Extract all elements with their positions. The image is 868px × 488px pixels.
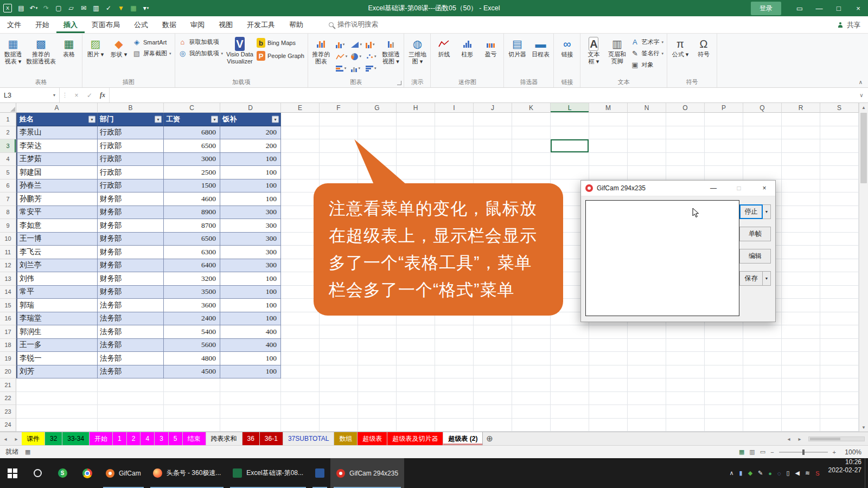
cell-S9[interactable] bbox=[820, 219, 859, 233]
column-header-S[interactable]: S bbox=[820, 103, 859, 113]
cell-A12[interactable]: 刘兰亭 bbox=[16, 259, 98, 273]
cell-P23[interactable] bbox=[705, 405, 743, 419]
cell-C15[interactable]: 3600 bbox=[164, 299, 220, 312]
cell-N21[interactable] bbox=[628, 378, 666, 392]
sheet-tab-8[interactable]: 5 bbox=[169, 432, 183, 445]
cell-C16[interactable]: 2400 bbox=[164, 312, 220, 326]
save-button[interactable]: ▤ bbox=[15, 2, 27, 15]
cell-G2[interactable] bbox=[358, 126, 397, 140]
filter-button[interactable]: ▾ bbox=[211, 115, 218, 123]
zoom-out-button[interactable]: − bbox=[770, 449, 774, 455]
cell-E17[interactable] bbox=[281, 325, 320, 339]
cell-F3[interactable] bbox=[320, 139, 358, 153]
close-button[interactable]: × bbox=[848, 0, 868, 16]
cell-S22[interactable] bbox=[820, 392, 859, 406]
cell-L2[interactable] bbox=[551, 126, 589, 140]
tell-me-search[interactable]: 操作说明搜索 bbox=[329, 16, 378, 33]
ribbon-tab-7[interactable]: 视图 bbox=[212, 16, 240, 33]
cell-H4[interactable] bbox=[397, 153, 435, 166]
cell-Q22[interactable] bbox=[743, 392, 782, 406]
cell-H17[interactable] bbox=[397, 325, 435, 339]
column-header-Q[interactable]: Q bbox=[743, 103, 782, 113]
sheet-tab-17[interactable]: 超级表 (2) bbox=[443, 432, 483, 445]
cell-C12[interactable]: 6400 bbox=[164, 259, 220, 273]
cell-J3[interactable] bbox=[474, 139, 512, 153]
clipboard-icon[interactable]: ▯ bbox=[787, 470, 790, 477]
row-header-20[interactable]: 20 bbox=[0, 365, 16, 379]
cell-G21[interactable] bbox=[358, 378, 397, 392]
taskbar-app-2[interactable]: Excel基础课-第08... bbox=[227, 458, 309, 488]
cell-J21[interactable] bbox=[474, 378, 512, 392]
cell-B9[interactable]: 财务部 bbox=[98, 219, 164, 233]
text-box-button[interactable]: A文本 框 ▾ bbox=[582, 35, 605, 78]
cell-N22[interactable] bbox=[628, 392, 666, 406]
cell-I22[interactable] bbox=[435, 392, 474, 406]
cell-D21[interactable] bbox=[220, 378, 281, 392]
cell-K22[interactable] bbox=[512, 392, 551, 406]
cell-R23[interactable] bbox=[782, 405, 820, 419]
cell-B7[interactable]: 财务部 bbox=[98, 192, 164, 206]
cell-B14[interactable]: 财务部 bbox=[98, 286, 164, 299]
cell-L21[interactable] bbox=[551, 378, 589, 392]
cell-I2[interactable] bbox=[435, 126, 474, 140]
cell-G23[interactable] bbox=[358, 405, 397, 419]
cell-H2[interactable] bbox=[397, 126, 435, 140]
cell-O3[interactable] bbox=[666, 139, 705, 153]
column-header-L[interactable]: L bbox=[551, 103, 589, 113]
zoom-level[interactable]: 100% bbox=[841, 448, 861, 456]
picture-button[interactable]: ▨图片 ▾ bbox=[84, 35, 107, 78]
gifcam-window[interactable]: GifCam 294x235 — □ × 停止▼单帧编辑保存▼ bbox=[580, 180, 776, 322]
zoom-slider-thumb[interactable] bbox=[802, 450, 805, 455]
cell-I1[interactable] bbox=[435, 113, 474, 126]
filter-button[interactable]: ▾ bbox=[88, 115, 95, 123]
gifcam-minimize-button[interactable]: — bbox=[703, 181, 724, 196]
cell-D5[interactable]: 100 bbox=[220, 166, 281, 179]
cell-J4[interactable] bbox=[474, 153, 512, 166]
formula-input[interactable] bbox=[109, 88, 855, 102]
cell-B13[interactable]: 财务部 bbox=[98, 272, 164, 286]
cell-S13[interactable] bbox=[820, 272, 859, 286]
cell-L1[interactable] bbox=[551, 113, 589, 126]
cell-L18[interactable] bbox=[551, 339, 589, 352]
cell-O20[interactable] bbox=[666, 365, 705, 379]
cell-P19[interactable] bbox=[705, 352, 743, 365]
name-box-dropdown-icon[interactable]: ▾ bbox=[53, 93, 55, 98]
cell-F20[interactable] bbox=[320, 365, 358, 379]
funnel-button[interactable]: ▼ bbox=[115, 2, 127, 15]
cell-R8[interactable] bbox=[782, 206, 820, 220]
cell-H18[interactable] bbox=[397, 339, 435, 352]
cell-A10[interactable]: 王一博 bbox=[16, 233, 98, 246]
my-addins-button[interactable]: ◎我的加载项▾ bbox=[177, 48, 225, 59]
cell-E20[interactable] bbox=[281, 365, 320, 379]
volume-icon[interactable]: ◀ bbox=[795, 470, 800, 477]
cell-R15[interactable] bbox=[782, 299, 820, 312]
cell-J24[interactable] bbox=[474, 419, 512, 432]
network-icon[interactable]: ≋ bbox=[805, 470, 810, 477]
column-header-G[interactable]: G bbox=[358, 103, 397, 113]
gifcam-close-button[interactable]: × bbox=[754, 181, 775, 196]
column-header-R[interactable]: R bbox=[782, 103, 820, 113]
cell-Q2[interactable] bbox=[743, 126, 782, 140]
pivot-chart-button[interactable]: 数据透 视图 ▾ bbox=[379, 35, 402, 78]
cell-Q18[interactable] bbox=[743, 339, 782, 352]
row-header-6[interactable]: 6 bbox=[0, 179, 16, 193]
bar-chart-button[interactable]: ▾ bbox=[334, 63, 349, 74]
cell-R12[interactable] bbox=[782, 259, 820, 273]
cell-R24[interactable] bbox=[782, 419, 820, 432]
cell-S12[interactable] bbox=[820, 259, 859, 273]
row-header-2[interactable]: 2 bbox=[0, 126, 16, 140]
cell-N4[interactable] bbox=[628, 153, 666, 166]
gifcam-dropdown-icon[interactable]: ▼ bbox=[763, 271, 771, 286]
cell-A7[interactable]: 孙鹏芳 bbox=[16, 192, 98, 206]
usb-icon[interactable]: ▮ bbox=[739, 470, 743, 477]
cell-Q21[interactable] bbox=[743, 378, 782, 392]
cell-M18[interactable] bbox=[589, 339, 628, 352]
cell-O24[interactable] bbox=[666, 419, 705, 432]
cell-A8[interactable]: 常安平 bbox=[16, 206, 98, 220]
cell-R14[interactable] bbox=[782, 286, 820, 299]
zoom-slider[interactable] bbox=[779, 452, 828, 453]
horizontal-scroll-thumb[interactable] bbox=[810, 438, 840, 440]
cell-F2[interactable] bbox=[320, 126, 358, 140]
sheet-tab-12[interactable]: 36-1 bbox=[260, 432, 283, 445]
cell-H3[interactable] bbox=[397, 139, 435, 153]
